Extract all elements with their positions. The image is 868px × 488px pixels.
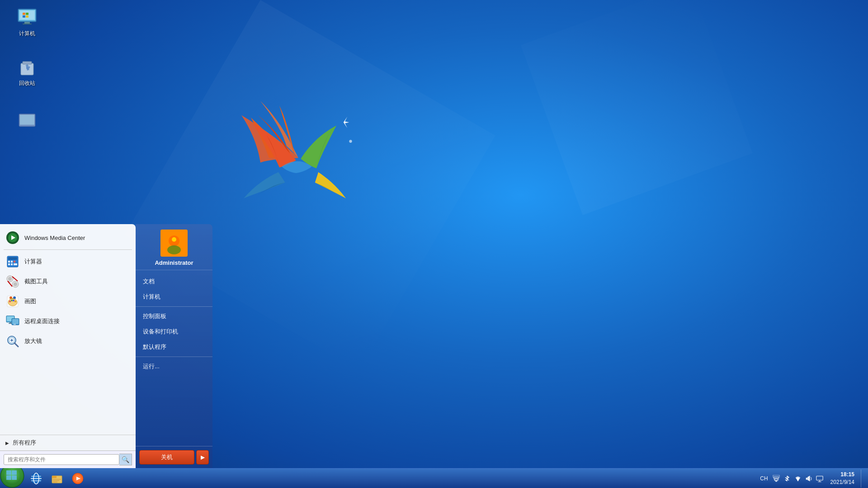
svg-rect-43 [9, 322, 11, 323]
svg-rect-62 [12, 475, 17, 480]
tray-icon-network-status[interactable] [793, 474, 802, 483]
user-avatar[interactable] [160, 230, 188, 257]
menu-divider-1 [4, 249, 132, 250]
start-menu-item-calculator[interactable]: 计算器 [0, 252, 136, 272]
svg-rect-6 [23, 23, 32, 24]
taskbar-item-media-player[interactable] [68, 469, 88, 488]
svg-rect-61 [6, 475, 11, 480]
shutdown-button[interactable]: 关机 [139, 450, 194, 465]
right-menu-item-default-programs[interactable]: 默认程序 [136, 339, 212, 355]
taskbar-item-ie[interactable] [26, 469, 46, 488]
svg-rect-24 [11, 263, 13, 265]
svg-rect-3 [20, 11, 34, 19]
taskbar-item-explorer[interactable] [47, 469, 67, 488]
show-desktop-button[interactable] [861, 469, 864, 488]
tray-icon-screen[interactable] [815, 474, 824, 483]
svg-point-56 [172, 237, 176, 242]
svg-point-39 [13, 300, 14, 301]
svg-rect-70 [53, 479, 61, 480]
start-menu-search: 🔍 [0, 450, 136, 468]
desktop-icon-computer[interactable]: 计算机 [9, 5, 45, 39]
taskbar: CH [0, 468, 868, 488]
search-input[interactable] [4, 454, 119, 465]
shutdown-options-button[interactable]: ▶ [196, 450, 209, 465]
svg-rect-12 [23, 61, 32, 64]
svg-rect-47 [14, 324, 16, 325]
right-menu-item-computer[interactable]: 计算机 [136, 289, 212, 305]
svg-rect-9 [23, 15, 25, 18]
desktop-icon-extra[interactable] [9, 108, 45, 136]
svg-rect-19 [8, 257, 17, 260]
svg-rect-59 [6, 470, 11, 475]
svg-point-38 [11, 300, 13, 301]
right-menu-item-control-panel[interactable]: 控制面板 [136, 309, 212, 324]
start-menu-programs-list: Windows Media Center 计算器 [0, 224, 136, 435]
svg-rect-5 [24, 22, 30, 23]
tray-icon-bluetooth[interactable] [783, 474, 792, 483]
svg-rect-10 [26, 15, 28, 18]
svg-rect-22 [14, 261, 15, 263]
start-menu-item-magnifier[interactable]: 放大镜 [0, 331, 136, 351]
svg-rect-60 [12, 470, 17, 475]
svg-point-36 [8, 299, 17, 306]
svg-rect-46 [12, 319, 19, 324]
svg-point-37 [9, 300, 11, 302]
svg-rect-72 [53, 482, 57, 483]
system-tray: CH [758, 469, 868, 488]
svg-rect-7 [23, 13, 25, 15]
svg-rect-14 [20, 115, 34, 125]
tray-icons: CH [758, 474, 824, 483]
start-menu-left-panel: Windows Media Center 计算器 [0, 224, 136, 468]
svg-rect-83 [816, 476, 822, 480]
right-menu-item-devices-printers[interactable]: 设备和打印机 [136, 324, 212, 339]
clock[interactable]: 18:15 2021/9/14 [827, 471, 858, 486]
svg-rect-69 [52, 476, 57, 478]
svg-point-29 [14, 282, 17, 286]
shutdown-section: 关机 ▶ [136, 446, 212, 468]
start-menu-item-remote-desktop[interactable]: 远程桌面连接 [0, 311, 136, 331]
svg-marker-82 [807, 475, 810, 481]
start-menu-item-paint[interactable]: 画图 [0, 291, 136, 311]
language-indicator[interactable]: CH [758, 475, 769, 482]
start-menu-right-panel: Administrator 文档 计算机 控制面板 设备和打印机 默认程序 [136, 224, 212, 468]
start-menu-item-snipping-tool[interactable]: 截图工具 [0, 272, 136, 291]
svg-point-55 [167, 245, 181, 254]
desktop-icon-recycle[interactable]: 回收站 [9, 54, 45, 89]
svg-rect-25 [14, 263, 17, 265]
right-divider-2 [136, 357, 212, 357]
user-section: Administrator [136, 224, 212, 270]
taskbar-items [26, 469, 88, 488]
start-menu-item-windows-media-center[interactable]: Windows Media Center [0, 228, 136, 248]
svg-point-80 [797, 480, 798, 481]
tray-icon-network[interactable] [772, 474, 781, 483]
tray-icon-speaker[interactable] [804, 474, 813, 483]
search-button[interactable]: 🔍 [119, 454, 132, 465]
windows-logo [203, 68, 429, 294]
svg-rect-20 [8, 261, 10, 263]
svg-rect-8 [26, 13, 28, 15]
svg-rect-71 [53, 480, 59, 481]
desktop: 计算机 回收站 [0, 0, 868, 488]
start-menu: Windows Media Center 计算器 [0, 224, 212, 468]
svg-rect-23 [8, 263, 10, 265]
svg-rect-21 [11, 261, 13, 263]
right-menu-item-run[interactable]: 运行... [136, 359, 212, 374]
svg-point-40 [14, 300, 16, 302]
svg-point-27 [8, 277, 12, 281]
svg-point-0 [349, 140, 352, 143]
svg-rect-81 [806, 478, 807, 480]
svg-rect-79 [773, 475, 779, 477]
right-divider-1 [136, 306, 212, 307]
right-menu-list: 文档 计算机 控制面板 设备和打印机 默认程序 运行... [136, 270, 212, 446]
right-menu-item-documents[interactable]: 文档 [136, 274, 212, 289]
svg-line-50 [14, 343, 18, 347]
all-programs-button[interactable]: ▶ 所有程序 [0, 435, 136, 450]
